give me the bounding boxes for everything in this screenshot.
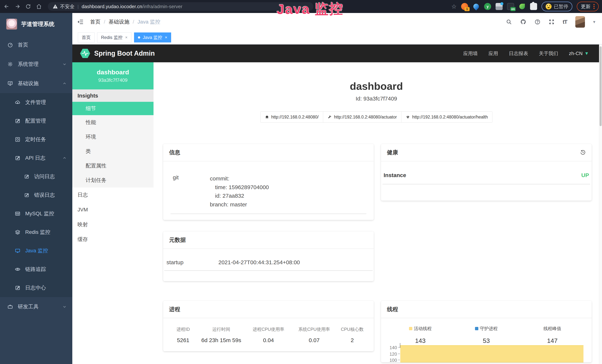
- sba-menu-config-props[interactable]: 配置属性: [72, 159, 153, 173]
- extension-dark-icon[interactable]: on: [507, 3, 514, 10]
- sba-menu-logs[interactable]: 日志: [72, 187, 153, 202]
- browser-home-icon[interactable]: [35, 2, 43, 11]
- sidebar-item-log-center[interactable]: 日志中心: [0, 278, 72, 297]
- bookmark-star-icon[interactable]: ☆: [451, 3, 457, 10]
- sidebar-item-api-log[interactable]: API 日志: [0, 149, 72, 167]
- health-url: http://192.168.0.2:48080/actuator/health: [412, 115, 488, 120]
- sidebar-item-tracing[interactable]: 链路追踪: [0, 260, 72, 278]
- sba-locale-select[interactable]: zh-CN ▼: [569, 51, 589, 56]
- user-avatar[interactable]: [575, 16, 585, 28]
- github-icon[interactable]: [520, 19, 526, 25]
- sidebar-item-dev-tools[interactable]: 研发工具: [0, 297, 72, 316]
- tab-label: Redis 监控: [101, 34, 123, 40]
- close-icon[interactable]: ×: [165, 35, 167, 40]
- extension-leaf-icon[interactable]: [519, 3, 526, 10]
- history-icon[interactable]: [580, 150, 586, 155]
- eye-icon: [15, 267, 20, 272]
- legend-daemon: 守护进程: [453, 326, 519, 337]
- sidebar-item-label: 定时任务: [25, 136, 46, 143]
- sba-menu-environment[interactable]: 环境: [72, 130, 153, 144]
- browser-reload-icon[interactable]: [24, 2, 32, 11]
- edit-square-icon: [24, 193, 29, 198]
- sba-menu-jvm[interactable]: JVM: [72, 202, 153, 217]
- metadata-row-label: startup: [166, 259, 218, 266]
- metadata-row-value: 2021-04-27T00:44:31.254+08:00: [218, 259, 300, 266]
- instance-id-line: Id: 93a3fc7f7409: [153, 96, 599, 102]
- breadcrumb: 首页 / 基础设施 / Java 监控: [90, 18, 160, 25]
- sidebar-item-home[interactable]: 首页: [0, 35, 72, 54]
- service-url-button[interactable]: http://192.168.0.2:48080/: [260, 111, 323, 123]
- sba-menu-mappings[interactable]: 映射: [72, 217, 153, 232]
- sba-nav-wallboard[interactable]: 应用墙: [463, 50, 478, 57]
- sba-menu-metrics[interactable]: 性能: [72, 115, 153, 130]
- sidebar-item-system[interactable]: 系统管理: [0, 54, 72, 74]
- tab-home[interactable]: 首页: [78, 32, 95, 43]
- sidebar-fold-icon[interactable]: [77, 19, 84, 25]
- sba-menu-scheduled-tasks[interactable]: 计划任务: [72, 173, 153, 187]
- scrollbar-thumb[interactable]: [600, 46, 602, 126]
- sidebar-item-java-monitor[interactable]: Java 监控: [0, 241, 72, 260]
- breadcrumb-infra[interactable]: 基础设施: [109, 18, 129, 25]
- heartbeat-icon: [406, 115, 410, 119]
- tab-redis-monitor[interactable]: Redis 监控 ×: [97, 32, 131, 43]
- sba-brand[interactable]: Spring Boot Admin: [80, 48, 155, 58]
- extensions-puzzle-icon[interactable]: [530, 3, 537, 10]
- instance-header[interactable]: dashboard 93a3fc7f7409: [72, 62, 153, 89]
- health-row-label: Instance: [384, 172, 406, 178]
- address-bar[interactable]: 不安全 | dashboard.yudao.iocoder.cn/infra/a…: [48, 2, 313, 11]
- status-badge: UP: [581, 172, 589, 178]
- help-icon[interactable]: [535, 19, 540, 25]
- sidebar-item-redis[interactable]: Redis 监控: [0, 223, 72, 241]
- process-card: 进程 进程ID 运行时间 进程CPU使用率 系统CPU使用率 CPU核心数 52…: [163, 301, 374, 351]
- live-threads-area-series: [400, 345, 583, 363]
- app-logo-row[interactable]: 芋道管理系统: [0, 13, 72, 35]
- edit-square-icon: [24, 174, 29, 179]
- browser-menu-icon[interactable]: [593, 4, 595, 9]
- sidebar-item-label: Java 监控: [25, 247, 48, 254]
- sba-menu-classes[interactable]: 类: [72, 144, 153, 159]
- health-instance-row[interactable]: Instance UP: [383, 172, 590, 184]
- search-icon[interactable]: [506, 19, 512, 25]
- browser-forward-icon[interactable]: [13, 2, 22, 11]
- sidebar-item-infra[interactable]: 基础设施: [0, 74, 72, 93]
- sidebar-item-label: 研发工具: [18, 303, 39, 310]
- browser-extensions-area: ☆ 1 y on 已暂停 更新: [451, 2, 602, 11]
- extension-grid-icon[interactable]: [495, 3, 503, 10]
- browser-back-icon[interactable]: [3, 2, 11, 11]
- health-url-button[interactable]: http://192.168.0.2:48080/actuator/health: [401, 111, 493, 123]
- font-size-icon[interactable]: tT: [563, 19, 567, 25]
- sba-menu-details[interactable]: 细节: [72, 102, 153, 115]
- tab-java-monitor[interactable]: Java 监控 ×: [134, 32, 171, 43]
- extension-y-icon[interactable]: y: [484, 3, 491, 10]
- sidebar-item-jobs[interactable]: 定时任务: [0, 130, 72, 149]
- sidebar-item-access-log[interactable]: 访问日志: [0, 167, 72, 186]
- home-icon: [265, 115, 269, 119]
- monitor-icon: [7, 81, 13, 86]
- sidebar-item-files[interactable]: 文件管理: [0, 93, 72, 112]
- page-title: dashboard: [153, 80, 599, 92]
- profile-paused-pill[interactable]: 已暂停: [542, 2, 572, 11]
- app-logo: [6, 19, 17, 30]
- sidebar-item-config[interactable]: 配置管理: [0, 112, 72, 130]
- sba-nav-applications[interactable]: 应用: [489, 50, 498, 57]
- close-icon[interactable]: ×: [125, 35, 128, 40]
- app-title: 芋道管理系统: [21, 20, 54, 28]
- admin-sidebar: 芋道管理系统 首页 系统管理 基础设施 文件管理 配置管理 定时任务: [0, 13, 72, 364]
- user-menu-caret-icon[interactable]: ▾: [593, 19, 595, 24]
- actuator-url-button[interactable]: http://192.168.0.2:48080/actuator: [323, 111, 401, 123]
- sidebar-item-error-log[interactable]: 错误日志: [0, 186, 72, 204]
- sidebar-item-mysql[interactable]: MySQL 监控: [0, 204, 72, 223]
- extension-on-badge: on: [510, 7, 516, 11]
- sba-nav-journal[interactable]: 日志报表: [509, 50, 528, 57]
- sba-menu-caches[interactable]: 缓存: [72, 232, 153, 247]
- vertical-scrollbar[interactable]: [599, 44, 602, 364]
- extension-colorzilla-icon[interactable]: 1: [461, 3, 468, 10]
- sidebar-item-label: 错误日志: [34, 192, 55, 199]
- chrome-update-button[interactable]: 更新: [577, 2, 599, 11]
- screen-icon: [15, 248, 20, 254]
- sba-nav-about[interactable]: 关于我们: [539, 50, 558, 57]
- breadcrumb-home[interactable]: 首页: [90, 18, 100, 25]
- extension-pin-icon[interactable]: [473, 3, 480, 10]
- fullscreen-icon[interactable]: [548, 19, 555, 25]
- sidebar-menu: 首页 系统管理 基础设施 文件管理 配置管理 定时任务 API 日志: [0, 35, 72, 316]
